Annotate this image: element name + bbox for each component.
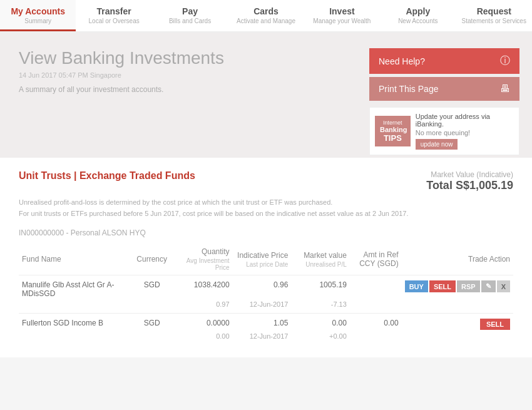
currency-1: SGD: [131, 275, 173, 300]
need-help-label: Need Help?: [379, 56, 425, 66]
print-label: Print This Page: [379, 84, 438, 94]
sell-button-1[interactable]: SELL: [429, 280, 456, 292]
rsp-button-1[interactable]: RSP: [457, 280, 480, 292]
unrealised-sub-1: -7.13: [291, 299, 349, 314]
col-header-quantity: Quantity Avg Investment Price: [173, 243, 233, 275]
amt-ref-2: 0.00: [350, 314, 402, 332]
date-sub-2: 12-Jun-2017: [233, 331, 292, 345]
col-header-currency: Currency: [131, 243, 173, 275]
table-row: Fullerton SGD Income B SGD 0.0000 1.05 0…: [19, 314, 513, 332]
tips-content: Update your address via iBanking. No mor…: [416, 113, 514, 150]
section-title-wrap: Unit Trusts | Exchange Traded Funds: [19, 170, 195, 182]
action-sub-1: [402, 299, 513, 314]
actions-1: BUY SELL RSP ✎ X: [402, 275, 513, 300]
question-icon: ⓘ: [500, 54, 510, 68]
nav-sub-cards: Activate and Manage: [231, 18, 300, 24]
fund-name-2: Fullerton SGD Income B: [19, 314, 131, 332]
unrealised-sub-2: +0.00: [291, 331, 349, 345]
nav-label-transfer: Transfer: [79, 6, 148, 16]
tips-subtitle: No more queuing!: [416, 129, 514, 136]
fund-sub-1: [19, 299, 131, 314]
sell-only-button-2[interactable]: SELL: [480, 319, 510, 330]
col-subheader-avg: Avg Investment Price: [176, 257, 230, 271]
note2: For unit trusts or ETFs purchased before…: [19, 208, 513, 220]
nav-my-accounts[interactable]: My Accounts Summary: [0, 0, 76, 31]
market-value-label: Market Value (Indicative): [426, 170, 513, 179]
x-button-1[interactable]: X: [497, 280, 510, 292]
printer-icon: 🖶: [500, 83, 510, 95]
currency-2: SGD: [131, 314, 173, 332]
section-title: Unit Trusts | Exchange Traded Funds: [19, 170, 195, 182]
market-value-1: 1005.19: [291, 275, 349, 300]
col-header-amt-ref: Amt in Ref CCY (SGD): [350, 243, 402, 275]
print-button[interactable]: Print This Page 🖶: [369, 77, 519, 101]
total-label: Total: [426, 179, 453, 192]
amt-sub-2: [350, 331, 402, 345]
fund-sub-2: [19, 331, 131, 345]
nav-transfer[interactable]: Transfer Local or Overseas: [76, 0, 151, 31]
total-value: S$1,005.19: [456, 179, 513, 192]
col-subheader-lastdate: Last price Date: [236, 261, 289, 268]
buy-button-1[interactable]: BUY: [405, 280, 428, 292]
nav-sub-pay: Bills and Cards: [155, 18, 225, 24]
nav-invest[interactable]: Invest Manage your Wealth: [304, 0, 380, 31]
market-value-2: 0.00: [291, 314, 349, 332]
nav-sub-my-accounts: Summary: [3, 18, 73, 24]
price-2: 1.05: [233, 314, 292, 332]
market-value-wrap: Market Value (Indicative) Total S$1,005.…: [426, 170, 513, 192]
tips-badge: Internet Banking TIPS: [375, 116, 411, 146]
right-panel: Need Help? ⓘ Print This Page 🖶 Internet …: [369, 48, 519, 155]
nav-label-my-accounts: My Accounts: [3, 6, 73, 16]
col-header-fund: Fund Name: [19, 243, 131, 275]
qty-sub-1: 0.97: [173, 299, 233, 314]
market-value-total: Total S$1,005.19: [426, 179, 513, 192]
amt-ref-1: [350, 275, 402, 300]
nav-label-invest: Invest: [307, 6, 377, 16]
nav-bar: My Accounts Summary Transfer Local or Ov…: [0, 0, 532, 33]
table-sub-row: 0.00 12-Jun-2017 +0.00: [19, 331, 513, 345]
tips-internet: Internet: [380, 120, 406, 126]
main-header: View Banking Investments 14 Jun 2017 05:…: [0, 33, 532, 158]
table-section: Unit Trusts | Exchange Traded Funds Mark…: [0, 158, 532, 357]
col-header-market-value: Market value Unrealised P/L: [291, 243, 349, 275]
nav-request[interactable]: Request Statements or Services: [456, 0, 532, 31]
tips-tips: TIPS: [380, 133, 406, 143]
edit-button-1[interactable]: ✎: [481, 280, 496, 292]
nav-sub-apply: New Accounts: [383, 18, 453, 24]
currency-sub-2: [131, 331, 173, 345]
nav-label-apply: Apply: [383, 6, 453, 16]
nav-sub-request: Statements or Services: [459, 18, 529, 24]
action-buttons-2: SELL: [405, 319, 510, 330]
nav-label-cards: Cards: [231, 6, 300, 16]
col-subheader-unrealised: Unrealised P/L: [294, 261, 346, 268]
qty-sub-2: 0.00: [173, 331, 233, 345]
update-now-button[interactable]: update now: [416, 139, 458, 150]
currency-sub-1: [131, 299, 173, 314]
action-sub-2: [402, 331, 513, 345]
investments-table: Fund Name Currency Quantity Avg Investme…: [19, 243, 513, 345]
action-buttons-1: BUY SELL RSP ✎ X: [405, 280, 510, 292]
amt-sub-1: [350, 299, 402, 314]
need-help-button[interactable]: Need Help? ⓘ: [369, 48, 519, 74]
quantity-1: 1038.4200: [173, 275, 233, 300]
nav-pay[interactable]: Pay Bills and Cards: [152, 0, 228, 31]
fund-name-1: Manulife Glb Asst Alct Gr A-MDisSGD: [19, 275, 131, 300]
date-sub-1: 12-Jun-2017: [233, 299, 292, 314]
actions-2: SELL: [402, 314, 513, 332]
note1: Unrealised profit-and-loss is determined…: [19, 197, 513, 208]
col-header-price: Indicative Price Last price Date: [233, 243, 292, 275]
quantity-2: 0.0000: [173, 314, 233, 332]
tips-box: Internet Banking TIPS Update your addres…: [369, 107, 519, 155]
section-header: Unit Trusts | Exchange Traded Funds Mark…: [19, 170, 513, 192]
nav-sub-transfer: Local or Overseas: [79, 18, 148, 24]
section-notes: Unrealised profit-and-loss is determined…: [19, 197, 513, 219]
nav-apply[interactable]: Apply New Accounts: [380, 0, 456, 31]
tips-banking: Banking: [380, 126, 406, 133]
nav-cards[interactable]: Cards Activate and Manage: [228, 0, 304, 31]
account-label: IN000000000 - Personal ALSON HYQ: [19, 228, 513, 237]
table-sub-row: 0.97 12-Jun-2017 -7.13: [19, 299, 513, 314]
table-header-row: Fund Name Currency Quantity Avg Investme…: [19, 243, 513, 275]
table-row: Manulife Glb Asst Alct Gr A-MDisSGD SGD …: [19, 275, 513, 300]
nav-label-request: Request: [459, 6, 529, 16]
nav-label-pay: Pay: [155, 6, 225, 16]
